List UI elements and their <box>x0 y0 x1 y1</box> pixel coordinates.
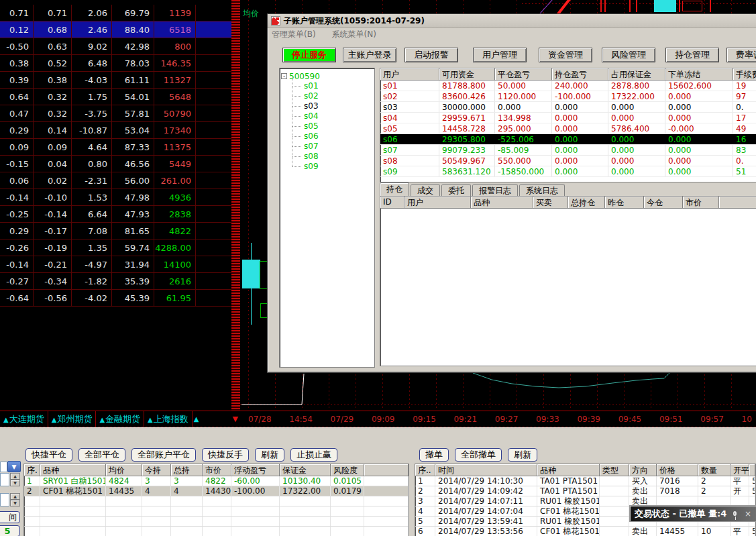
detail-table[interactable]: ID用户品种买卖总持仓昨仓今仓市价 <box>380 196 756 366</box>
detail-header-3[interactable]: 品种 <box>471 197 533 209</box>
account-row-s09[interactable]: s09583631.120-15850.0000.0000.0000.00051 <box>380 166 756 177</box>
accounts-table[interactable]: 用户可用资金平仓盈亏持仓盈亏占用保证金下单冻结手续费 s0181788.8005… <box>380 68 756 182</box>
orders-header-8[interactable]: 开平 <box>731 464 749 476</box>
menu-item[interactable]: 系统菜单(N) <box>332 29 376 40</box>
accounts-header-7[interactable]: 手续费 <box>733 68 756 81</box>
quote-row[interactable]: 0.060.02-2.3156.00261.00 <box>0 172 231 189</box>
orders-header-1[interactable]: 序.. <box>415 464 435 476</box>
quote-row[interactable]: -0.500.639.0242.98800 <box>0 38 231 55</box>
account-row-s01[interactable]: s0181788.80050.000240.0002878.80015602.6… <box>380 81 756 91</box>
quote-row[interactable]: -0.26-0.191.3559.744288.00 <box>0 239 231 256</box>
toolbar-button-6[interactable]: 风险管理 <box>602 48 655 62</box>
orders-header-9[interactable] <box>749 464 755 476</box>
order-button-刷新[interactable]: 刷新 <box>508 448 537 462</box>
account-row-s05[interactable]: s0514458.728295.0000.0005786.400-0.00049 <box>380 123 756 134</box>
quote-row[interactable]: 0.29-0.177.0881.654822 <box>0 223 231 239</box>
toolbar-button-1[interactable]: 停止服务 <box>282 48 336 62</box>
orders-header-6[interactable]: 价格 <box>657 464 698 476</box>
orders-header-2[interactable]: 时间 <box>435 464 537 476</box>
detail-header-7[interactable]: 今仓 <box>644 197 683 209</box>
detail-tab-持仓[interactable]: 持仓 <box>380 182 409 196</box>
market-tab-金融期货[interactable]: ▲金融期货 <box>96 411 144 427</box>
account-row-s06[interactable]: s0629305.800-525.0060.0000.0000.00016 <box>380 134 756 145</box>
menu-item[interactable]: 管理菜单(B) <box>272 29 316 40</box>
quote-row[interactable]: -0.64-0.56-4.0245.3961.95 <box>0 290 231 307</box>
quote-row[interactable]: -0.14-0.21-4.9731.9414100 <box>0 256 231 273</box>
order-row[interactable]: 22014/07/29 14:09:42TA01 PTA1501卖出70182开… <box>415 486 755 496</box>
account-row-s03[interactable]: s0330000.0000.0000.0000.0000.0000. <box>380 102 756 113</box>
quote-row[interactable]: -0.27-0.34-1.8235.392616 <box>0 273 231 290</box>
position-row[interactable]: 1SRY01 白糖15014824334822-60.0010130.400.0… <box>24 476 409 486</box>
pin-icon[interactable] <box>733 511 737 516</box>
close-icon[interactable]: × <box>745 509 751 519</box>
order-button-全部撤单[interactable]: 全部撤单 <box>455 448 502 462</box>
market-tab-上海指数[interactable]: ▲上海指数 <box>144 411 193 427</box>
detail-header-5[interactable]: 总持仓 <box>568 197 605 209</box>
contract-field[interactable] <box>0 462 7 472</box>
positions-header-8[interactable]: 保证金 <box>280 464 331 476</box>
detail-header-9[interactable] <box>719 197 756 209</box>
positions-header-6[interactable]: 市价 <box>203 464 231 476</box>
detail-header-1[interactable]: ID <box>380 197 404 209</box>
quick-button-刷新[interactable]: 刷新 <box>255 448 284 462</box>
market-tab-大连期货[interactable]: ▲大连期货 <box>0 411 48 427</box>
partial-value-button[interactable]: 5 <box>0 525 20 536</box>
quick-button-全部账户平仓[interactable]: 全部账户平仓 <box>131 448 196 462</box>
tree-collapse-icon[interactable]: - <box>281 73 287 79</box>
detail-header-6[interactable]: 昨仓 <box>605 197 644 209</box>
dialog-titlebar[interactable]: 子账户管理系统(1059:2014-07-29) <box>268 14 756 28</box>
combo-dropdown-icon[interactable]: ▼ <box>7 461 21 472</box>
account-row-s04[interactable]: s0429959.671134.9980.0000.0000.00017 <box>380 113 756 123</box>
quick-button-止损止赢[interactable]: 止损止赢 <box>290 448 337 462</box>
market-tab-partial[interactable]: ▲ <box>193 415 201 423</box>
accounts-header-5[interactable]: 占用保证金 <box>608 68 665 81</box>
position-row[interactable]: 2CF01 棉花1501144354414430-100.0017322.000… <box>24 486 409 496</box>
accounts-header-1[interactable]: 用户 <box>380 68 439 81</box>
accounts-header-3[interactable]: 平仓盈亏 <box>495 68 552 81</box>
detail-header-2[interactable]: 用户 <box>404 197 471 209</box>
orders-table[interactable]: 序..时间品种类型方向价格数量开平 12014/07/29 14:10:30TA… <box>415 464 756 536</box>
positions-header-10[interactable] <box>364 464 409 476</box>
orders-header-5[interactable]: 方向 <box>629 464 657 476</box>
quote-row[interactable]: 0.120.682.4688.406518 <box>0 21 231 38</box>
market-table-scroll-strip[interactable] <box>231 0 240 411</box>
detail-tab-成交[interactable]: 成交 <box>411 184 440 196</box>
accounts-header-4[interactable]: 持仓盈亏 <box>552 68 608 81</box>
tree-item-s07[interactable]: s07 <box>281 142 373 152</box>
orders-header-3[interactable]: 品种 <box>537 464 600 476</box>
toolbar-button-3[interactable]: 启动报警 <box>404 48 458 62</box>
positions-header-5[interactable]: 总持 <box>171 464 203 476</box>
quote-row[interactable]: 0.290.14-10.8753.0417340 <box>0 122 231 139</box>
quick-button-快捷平仓[interactable]: 快捷平仓 <box>25 448 72 462</box>
market-tab-郑州期货[interactable]: ▲郑州期货 <box>48 411 97 427</box>
tree-item-s02[interactable]: s02 <box>281 91 373 101</box>
orders-header-4[interactable]: 类型 <box>600 464 629 476</box>
positions-header-2[interactable]: 品种 <box>40 464 106 476</box>
quote-row[interactable]: -0.150.040.8046.565449 <box>0 156 231 172</box>
market-quote-table[interactable]: 0.710.712.0669.7911390.120.682.4688.4065… <box>0 0 231 411</box>
account-row-s08[interactable]: s0850549.967550.0000.0000.0000.0000. <box>380 156 756 166</box>
positions-table[interactable]: 序.品种均价今持总持市价浮动盈亏保证金风险度 1SRY01 白糖15014824… <box>23 464 409 536</box>
spin-up-icon[interactable]: ▲ <box>10 473 20 480</box>
account-row-s07[interactable]: s0799079.233-85.0090.0000.0000.00083 <box>380 145 756 156</box>
toolbar-button-5[interactable]: 资金管理 <box>539 48 592 62</box>
quote-row[interactable]: 0.710.712.0669.791139 <box>0 5 231 21</box>
order-row[interactable]: 62014/07/29 13:53:56CF01 棉花1501卖出1445510… <box>415 527 755 536</box>
detail-header-8[interactable]: 市价 <box>683 197 719 209</box>
quick-button-快捷反手[interactable]: 快捷反手 <box>202 448 249 462</box>
toolbar-button-4[interactable]: 用户管理 <box>473 48 527 62</box>
toolbar-button-2[interactable]: 主账户登录 <box>343 48 396 62</box>
accounts-header-2[interactable]: 可用资金 <box>439 68 495 81</box>
tab-scroll-down-icon[interactable]: ▼ <box>233 415 238 423</box>
orders-header-7[interactable]: 数量 <box>698 464 731 476</box>
tree-item-s06[interactable]: s06 <box>281 131 373 142</box>
order-row[interactable]: 12014/07/29 14:10:30TA01 PTA1501买入70162平… <box>415 476 755 486</box>
tree-root-row[interactable]: - 500590 <box>281 71 373 81</box>
positions-header-3[interactable]: 均价 <box>106 464 142 476</box>
price-field[interactable] <box>0 473 9 486</box>
positions-header-1[interactable]: 序. <box>24 464 40 476</box>
price-stepper[interactable]: ▲▼ <box>10 473 20 486</box>
account-row-s02[interactable]: s0283600.4261120.000-100.00017322.0000.0… <box>380 91 756 102</box>
tree-item-s04[interactable]: s04 <box>281 111 373 121</box>
detail-tab-报警日志[interactable]: 报警日志 <box>472 184 518 196</box>
